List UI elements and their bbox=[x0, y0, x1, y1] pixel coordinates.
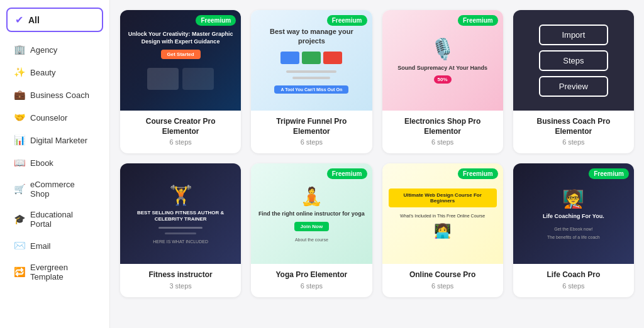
card-fitness: 🏋️ BEST SELLING FITNESS AUTHOR & CELEBRI… bbox=[120, 163, 241, 297]
freemium-badge: Freemium bbox=[327, 168, 367, 179]
card-title: Business Coach Pro Elementor bbox=[521, 117, 626, 136]
sidebar-item-beauty[interactable]: ✨ Beauty bbox=[6, 62, 103, 82]
card-steps: 6 steps bbox=[521, 282, 626, 290]
sidebar-evergreen-label: Evergreen Template bbox=[30, 263, 96, 282]
sidebar-item-agency[interactable]: 🏢 Agency bbox=[6, 40, 103, 60]
preview-button[interactable]: Preview bbox=[539, 76, 608, 97]
card-tripwire-thumb: Freemium Best way to manage your project… bbox=[251, 10, 372, 111]
sidebar-beauty-label: Beauty bbox=[30, 68, 55, 77]
freemium-badge: Freemium bbox=[196, 15, 236, 26]
sidebar-item-evergreen-template[interactable]: 🔁 Evergreen Template bbox=[6, 258, 103, 286]
card-info: Online Course Pro 6 steps bbox=[382, 264, 503, 297]
sidebar-agency-label: Agency bbox=[30, 45, 57, 55]
freemium-badge: Freemium bbox=[458, 168, 498, 179]
card-title: Fitness instructor bbox=[128, 270, 233, 280]
card-title: Yoga Pro Elementor bbox=[258, 270, 364, 280]
sidebar-item-counselor[interactable]: 🤝 Counselor bbox=[6, 107, 103, 128]
card-life-coach: Freemium 🧑‍🏫 Life Coaching For You. Get … bbox=[513, 163, 634, 297]
card-tripwire: Freemium Best way to manage your project… bbox=[251, 10, 372, 153]
card-fitness-thumb: 🏋️ BEST SELLING FITNESS AUTHOR & CELEBRI… bbox=[120, 163, 241, 264]
business-coach-icon: 💼 bbox=[14, 89, 25, 101]
sidebar-ebook-label: Ebook bbox=[30, 158, 53, 168]
card-steps: 6 steps bbox=[390, 138, 496, 146]
card-yoga: Freemium 🧘 Find the right online instruc… bbox=[251, 163, 372, 297]
card-title: Electronics Shop Pro Elementor bbox=[390, 117, 496, 136]
ebook-icon: 📖 bbox=[14, 157, 25, 168]
sidebar-educational-portal-label: Educational Portal bbox=[30, 210, 96, 229]
card-info: Electronics Shop Pro Elementor 6 steps bbox=[382, 111, 503, 153]
card-business-coach: Import Steps Preview Business Coach Pro … bbox=[513, 10, 634, 153]
freemium-badge: Freemium bbox=[327, 15, 367, 26]
educational-portal-icon: 🎓 bbox=[14, 214, 25, 225]
card-title: Life Coach Pro bbox=[521, 270, 626, 280]
card-online-course: Freemium Ultimate Web Design Course For … bbox=[382, 163, 503, 297]
evergreen-icon: 🔁 bbox=[14, 266, 25, 278]
sidebar-ecommerce-label: eCommerce Shop bbox=[30, 180, 96, 199]
card-course-creator: Freemium Unlock Your Creativity: Master … bbox=[120, 10, 241, 153]
card-online-thumb: Freemium Ultimate Web Design Course For … bbox=[382, 163, 503, 264]
sidebar-counselor-label: Counselor bbox=[30, 113, 67, 123]
card-electronics: Freemium 🎙️ Sound Supremacy At Your Hand… bbox=[382, 10, 503, 153]
card-steps: 6 steps bbox=[390, 282, 496, 290]
card-info: Course Creator Pro Elementor 6 steps bbox=[120, 111, 241, 153]
card-info: Fitness instructor 3 steps bbox=[120, 264, 241, 297]
sidebar: ✔ All 🏢 Agency ✨ Beauty 💼 Business Coach… bbox=[0, 0, 110, 328]
card-steps: 6 steps bbox=[258, 138, 364, 146]
sidebar-all-label: All bbox=[28, 15, 40, 25]
card-electronics-thumb: Freemium 🎙️ Sound Supremacy At Your Hand… bbox=[382, 10, 503, 111]
sidebar-item-business-coach[interactable]: 💼 Business Coach bbox=[6, 85, 103, 105]
steps-button[interactable]: Steps bbox=[539, 50, 608, 71]
sidebar-business-coach-label: Business Coach bbox=[30, 90, 89, 100]
agency-icon: 🏢 bbox=[14, 44, 25, 55]
card-title: Online Course Pro bbox=[390, 270, 496, 280]
sidebar-item-email[interactable]: ✉️ Email bbox=[6, 236, 103, 256]
card-course-thumb: Freemium Unlock Your Creativity: Master … bbox=[120, 10, 241, 111]
sidebar-item-digital-marketer[interactable]: 📊 Digital Marketer bbox=[6, 130, 103, 150]
card-info: Life Coach Pro 6 steps bbox=[513, 264, 634, 297]
ecommerce-icon: 🛒 bbox=[14, 183, 25, 195]
digital-marketer-icon: 📊 bbox=[14, 134, 25, 146]
card-overlay-thumb: Import Steps Preview bbox=[513, 10, 634, 111]
email-icon: ✉️ bbox=[14, 240, 25, 251]
card-title: Course Creator Pro Elementor bbox=[128, 117, 233, 136]
card-steps: 6 steps bbox=[258, 282, 364, 290]
import-button[interactable]: Import bbox=[539, 25, 608, 45]
template-grid: Freemium Unlock Your Creativity: Master … bbox=[110, 0, 644, 328]
freemium-badge: Freemium bbox=[458, 15, 498, 26]
card-info: Yoga Pro Elementor 6 steps bbox=[251, 264, 372, 297]
sidebar-digital-marketer-label: Digital Marketer bbox=[30, 136, 87, 145]
sidebar-item-ebook[interactable]: 📖 Ebook bbox=[6, 153, 103, 173]
card-life-coach-thumb: Freemium 🧑‍🏫 Life Coaching For You. Get … bbox=[513, 163, 634, 264]
card-info: Tripwire Funnel Pro Elementor 6 steps bbox=[251, 111, 372, 153]
card-steps: 6 steps bbox=[128, 138, 233, 146]
sidebar-item-ecommerce-shop[interactable]: 🛒 eCommerce Shop bbox=[6, 175, 103, 203]
card-title: Tripwire Funnel Pro Elementor bbox=[258, 117, 364, 136]
beauty-icon: ✨ bbox=[14, 67, 25, 78]
check-icon: ✔ bbox=[15, 14, 23, 26]
card-info: Business Coach Pro Elementor 6 steps bbox=[513, 111, 634, 153]
card-yoga-thumb: Freemium 🧘 Find the right online instruc… bbox=[251, 163, 372, 264]
sidebar-email-label: Email bbox=[30, 241, 51, 251]
sidebar-item-educational-portal[interactable]: 🎓 Educational Portal bbox=[6, 205, 103, 233]
freemium-badge: Freemium bbox=[589, 168, 629, 179]
card-steps: 3 steps bbox=[128, 282, 233, 290]
counselor-icon: 🤝 bbox=[14, 112, 25, 123]
card-steps: 6 steps bbox=[521, 138, 626, 146]
sidebar-item-all[interactable]: ✔ All bbox=[6, 8, 103, 32]
